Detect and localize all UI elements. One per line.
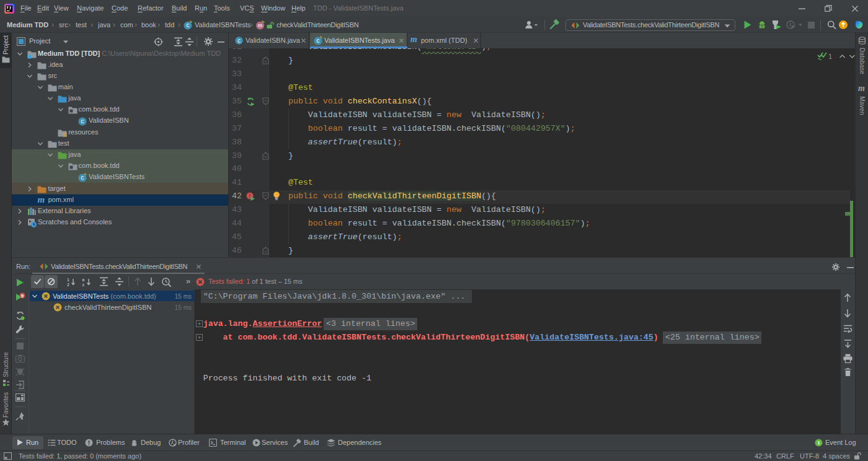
svg-text:C: C [316,38,320,45]
svg-text:1: 1 [67,278,69,282]
svg-text:z: z [82,283,85,287]
svg-text:2: 2 [67,283,69,287]
svg-text:C: C [237,38,241,45]
svg-text:C: C [81,176,84,182]
svg-text:C: C [186,23,190,29]
svg-text:C: C [81,120,84,126]
svg-text:a: a [82,278,85,282]
svg-text:1: 1 [817,440,820,446]
svg-text:9: 9 [21,294,24,298]
svg-text:m: m [258,22,263,29]
